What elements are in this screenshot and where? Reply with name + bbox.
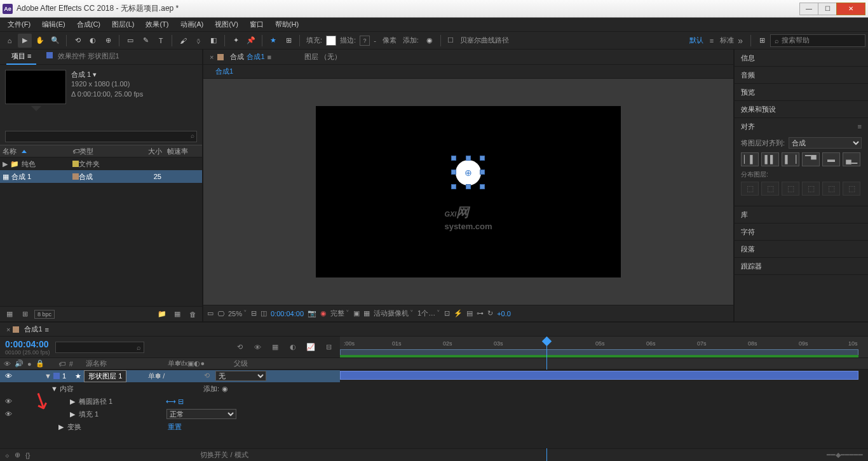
workspace-menu-icon[interactable]: ≡ <box>710 37 714 44</box>
stroke-swatch[interactable]: ? <box>360 36 370 46</box>
frame-blend-icon[interactable]: ▦ <box>269 341 281 354</box>
snap-icon[interactable]: ★ <box>266 34 280 48</box>
align-vcenter-icon[interactable]: ▬ <box>822 152 840 166</box>
panel-audio[interactable]: 音频 <box>735 67 868 83</box>
clone-tool-icon[interactable]: ⎀ <box>191 34 205 48</box>
pixel-aspect-icon[interactable]: ⊡ <box>444 309 450 317</box>
panel-paragraph[interactable]: 段落 <box>735 241 868 257</box>
menu-layer[interactable]: 图层(L) <box>107 18 139 30</box>
panel-align[interactable]: 对齐≡ <box>735 118 868 135</box>
exposure-value[interactable]: +0.0 <box>497 310 511 317</box>
roto-tool-icon[interactable]: ✦ <box>229 34 243 48</box>
camera-dropdown[interactable]: 活动摄像机 <box>374 309 414 318</box>
align-right-icon[interactable]: ▌▕ <box>782 152 799 166</box>
mask-icon[interactable]: ◫ <box>261 309 267 317</box>
breadcrumb-comp[interactable]: 合成1 <box>210 65 239 78</box>
search-help-input[interactable]: ⌕ 搜索帮助 <box>770 34 865 47</box>
parent-select[interactable]: 无 <box>215 371 266 381</box>
tab-timeline-comp[interactable]: 合成1 ≡ <box>19 323 54 335</box>
selection-tool-icon[interactable]: ▶ <box>18 34 32 48</box>
channel-icon[interactable]: ◉ <box>320 309 327 317</box>
reset-exposure-icon[interactable]: ↻ <box>487 309 493 317</box>
project-row-comp[interactable]: ▦ 合成 1 合成 25 <box>0 170 202 183</box>
menu-edit[interactable]: 编辑(E) <box>37 18 71 30</box>
magnify-icon[interactable]: ▭ <box>207 309 214 317</box>
anchor-tool-icon[interactable]: ⊕ <box>101 34 115 48</box>
tab-project[interactable]: 项目 ≡ <box>6 49 36 65</box>
align-hcenter-icon[interactable]: ▌▌ <box>761 152 779 166</box>
add-content-icon[interactable]: ◉ <box>222 385 228 393</box>
constrain-icon[interactable]: ⟷ ⊟ <box>166 398 184 406</box>
ellipse-shape[interactable]: ⊕ <box>456 160 481 185</box>
panel-info[interactable]: 信息 <box>735 50 868 66</box>
maximize-button[interactable]: ☐ <box>818 3 837 15</box>
trash-icon[interactable]: 🗑 <box>187 309 198 320</box>
zoom-dropdown[interactable]: 25% <box>228 309 247 317</box>
home-icon[interactable]: ⌂ <box>3 34 17 48</box>
rotate-tool-icon[interactable]: ◐ <box>86 34 100 48</box>
align-left-icon[interactable]: ▏▌ <box>741 152 759 166</box>
grid-icon[interactable]: ⊞ <box>281 34 295 48</box>
menu-view[interactable]: 视图(V) <box>210 18 243 30</box>
toggle-label[interactable]: 切换开关 / 模式 <box>200 450 248 460</box>
flowchart-icon[interactable]: ⊞ <box>19 309 31 320</box>
add-menu-icon[interactable]: ◉ <box>423 34 437 48</box>
hand-tool-icon[interactable]: ✋ <box>33 34 47 48</box>
toggle-switches-icon[interactable]: ⟐ <box>5 451 10 459</box>
timeline-icon[interactable]: ▤ <box>466 309 473 317</box>
toggle-in-out-icon[interactable]: {} <box>25 451 30 459</box>
minimize-button[interactable]: — <box>799 3 818 15</box>
handle-ml[interactable] <box>451 170 456 175</box>
close-tab-icon[interactable]: × <box>6 326 10 333</box>
draft3d-icon[interactable]: ⊟ <box>322 341 335 354</box>
flowchart-icon[interactable]: ⊶ <box>477 309 484 317</box>
transform-reset[interactable]: 重置 <box>168 422 182 432</box>
menu-composition[interactable]: 合成(C) <box>72 18 105 30</box>
tab-layer[interactable]: 图层 （无） <box>301 50 345 64</box>
zoom-tool-icon[interactable]: 🔍 <box>48 34 62 48</box>
roi-icon[interactable]: ▣ <box>353 309 360 317</box>
views-dropdown[interactable]: 1个… <box>417 309 440 318</box>
monitor-icon[interactable]: 🖵 <box>217 310 224 317</box>
new-folder-icon[interactable]: 📁 <box>156 309 168 320</box>
eraser-tool-icon[interactable]: ◧ <box>207 34 220 48</box>
align-top-icon[interactable]: ▔▀ <box>802 152 820 166</box>
pickwhip-icon[interactable]: ⟲ <box>204 371 213 380</box>
align-bottom-icon[interactable]: ▄▁ <box>843 152 860 166</box>
motion-blur-icon[interactable]: ◐ <box>287 341 299 354</box>
menu-help[interactable]: 帮助(H) <box>270 18 304 30</box>
close-button[interactable]: ✕ <box>836 3 865 15</box>
comp-viewer[interactable]: ⊕ GXI网 system.com <box>203 79 733 305</box>
comp-thumbnail[interactable] <box>5 70 66 104</box>
bezier-check[interactable]: ☐ <box>447 36 454 44</box>
layer-bar[interactable] <box>340 371 858 380</box>
tab-composition[interactable]: 合成 合成1 ≡ <box>226 50 275 64</box>
panel-preview[interactable]: 预览 <box>735 84 868 100</box>
twirl-icon[interactable]: ▼ <box>44 372 51 380</box>
timeline-search-input[interactable]: ⌕ <box>55 342 144 353</box>
panel-tracker[interactable]: 跟踪器 <box>735 258 868 274</box>
timecode[interactable]: 0:00:04:00 <box>5 339 50 349</box>
handle-bl[interactable] <box>451 184 456 189</box>
fast-preview-icon[interactable]: ⚡ <box>454 309 463 317</box>
resolution-dropdown[interactable]: 完整 <box>330 309 349 318</box>
puppet-tool-icon[interactable]: 📌 <box>244 34 258 48</box>
layer-prop-fill[interactable]: 👁▶ 填充 1 正常 <box>0 408 868 420</box>
panel-character[interactable]: 字符 <box>735 224 868 240</box>
project-search-input[interactable] <box>5 131 197 142</box>
menu-effect[interactable]: 效果(T) <box>140 18 173 30</box>
handle-bm[interactable] <box>466 184 471 189</box>
new-comp-icon[interactable]: ▦ <box>172 309 183 320</box>
handle-mr[interactable] <box>480 170 485 175</box>
layer-row-shape[interactable]: 👁 ▼ 1 ★ 形状图层 1 单✽ / ⟲ 无 <box>0 370 868 382</box>
panel-presets[interactable]: 效果和预设 <box>735 101 868 117</box>
toggle-modes-icon[interactable]: ⊕ <box>15 451 20 459</box>
expand-icon[interactable]: » <box>738 36 743 46</box>
layer-name[interactable]: 形状图层 1 <box>84 370 126 382</box>
panel-library[interactable]: 库 <box>735 206 868 223</box>
fill-swatch[interactable] <box>326 36 336 46</box>
orbit-tool-icon[interactable]: ⟲ <box>71 34 85 48</box>
workspace-standard[interactable]: 标准 <box>720 36 734 45</box>
visibility-icon[interactable]: 👁 <box>4 372 13 380</box>
handle-tl[interactable] <box>451 156 456 161</box>
